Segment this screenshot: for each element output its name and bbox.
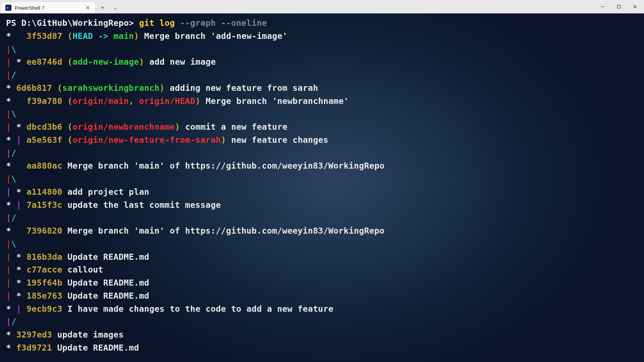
minimize-button[interactable] — [595, 1, 610, 12]
graph-segment: | — [6, 122, 16, 132]
commit-message: Update README.md — [62, 252, 149, 262]
git-command: git log — [139, 18, 175, 28]
graph-segment: * — [6, 226, 26, 236]
git-log-line: * 6d6b817 (sarahsworkingbranch) adding n… — [6, 82, 638, 95]
prompt-line: PS D:\GitHub\WorkingRepo> git log --grap… — [6, 17, 638, 30]
commit-hash: ee8746d — [26, 57, 62, 67]
graph-segment: | — [16, 200, 27, 210]
ref-segment: ( — [57, 83, 62, 93]
graph-segment: | — [6, 265, 16, 275]
ref-segment: ) — [139, 57, 144, 67]
ref-segment: add-new-image — [72, 57, 139, 67]
maximize-button[interactable] — [611, 1, 627, 12]
graph-segment: \ — [11, 109, 16, 119]
graph-segment: | — [6, 148, 11, 158]
tab-strip: >_ PowerShell 7 ✕ ＋ ⌄ — [1, 0, 121, 13]
commit-message: new feature changes — [226, 135, 328, 145]
git-log-line: | * a114800 add project plan — [6, 186, 638, 199]
ref-segment: main — [113, 31, 134, 41]
commit-hash: 9ecb9c3 — [26, 304, 62, 314]
git-log-line: * f3d9721 Update README.md — [6, 342, 638, 355]
graph-segment: | — [16, 135, 27, 145]
graph-segment: * — [16, 252, 27, 262]
git-log-line: |/ — [6, 212, 638, 225]
tab-powershell[interactable]: >_ PowerShell 7 ✕ — [1, 2, 95, 13]
ref-segment: ( — [67, 122, 72, 132]
commit-message: add new image — [144, 57, 216, 67]
ref-segment: sarahsworkingbranch — [62, 83, 160, 93]
commit-hash: a114800 — [26, 187, 62, 197]
commit-message: update images — [52, 330, 124, 340]
commit-message: Update README.md — [62, 291, 149, 301]
git-log-line: | * ee8746d (add-new-image) add new imag… — [6, 56, 638, 69]
git-log-line: * f39a780 (origin/main, origin/HEAD) Mer… — [6, 95, 638, 108]
commit-hash: c77acce — [26, 265, 62, 275]
graph-segment: * — [16, 187, 27, 197]
git-log-line: |\ — [6, 173, 638, 186]
git-log-line: | * c77acce callout — [6, 263, 638, 277]
git-log-line: * | 7a15f3c update the last commit messa… — [6, 199, 638, 212]
commit-message: Update README.md — [62, 278, 149, 288]
graph-segment: * — [16, 122, 27, 132]
close-tab-icon[interactable]: ✕ — [84, 4, 92, 12]
graph-segment: \ — [11, 174, 16, 184]
graph-segment: * — [6, 83, 16, 93]
commit-hash: 3297ed3 — [16, 330, 52, 340]
graph-segment: | — [6, 291, 16, 301]
graph-segment: \ — [11, 44, 16, 54]
graph-segment: * — [6, 343, 16, 353]
graph-segment: / — [11, 213, 16, 223]
graph-segment: / — [11, 70, 16, 80]
ref-segment: origin/newbranchname — [72, 122, 175, 132]
ref-segment: ) — [134, 31, 139, 41]
graph-segment: | — [6, 174, 11, 184]
tab-dropdown-button[interactable]: ⌄ — [110, 2, 121, 13]
graph-segment: / — [11, 148, 16, 158]
svg-rect-1 — [618, 5, 621, 8]
tab-title: PowerShell 7 — [15, 5, 80, 11]
commit-message: update the last commit message — [62, 200, 221, 210]
commit-hash: aa880ac — [26, 161, 62, 171]
ref-segment: ( — [67, 135, 72, 145]
commit-hash: f39a780 — [26, 96, 62, 106]
commit-hash: 185e763 — [26, 291, 62, 301]
ref-segment: ) — [221, 135, 226, 145]
graph-segment: | — [6, 70, 11, 80]
commit-hash: 195f64b — [26, 278, 62, 288]
graph-segment: | — [6, 213, 11, 223]
commit-message: Merge branch 'main' of https://github.co… — [62, 226, 385, 236]
git-log-line: |/ — [6, 69, 638, 82]
close-window-button[interactable] — [627, 1, 643, 12]
ref-segment: ) — [160, 83, 165, 93]
git-log-line: * | 9ecb9c3 I have made changes to the c… — [6, 303, 638, 316]
git-log-line: | * dbcd3b6 (origin/newbranchname) commi… — [6, 121, 638, 134]
graph-segment: | — [6, 239, 11, 249]
git-log-line: |\ — [6, 43, 638, 56]
powershell-icon: >_ — [5, 5, 11, 11]
terminal-body[interactable]: PS D:\GitHub\WorkingRepo> git log --grap… — [0, 13, 644, 362]
ref-segment: origin/new-feature-from-sarah — [72, 135, 221, 145]
commit-message: Merge branch 'newbranchname' — [201, 96, 349, 106]
ref-segment: origin/main — [72, 96, 129, 106]
git-log-line: |/ — [6, 315, 638, 328]
new-tab-button[interactable]: ＋ — [97, 2, 108, 13]
window-controls — [595, 1, 643, 12]
graph-segment: * — [16, 57, 27, 67]
commit-hash: 7396820 — [26, 226, 62, 236]
commit-message: Merge branch 'main' of https://github.co… — [62, 161, 385, 171]
commit-message: callout — [62, 265, 103, 275]
graph-segment: * — [6, 200, 16, 210]
git-log-line: |/ — [6, 147, 638, 160]
git-log-line: * | a5e563f (origin/new-feature-from-sar… — [6, 134, 638, 147]
graph-segment: | — [6, 44, 11, 54]
graph-segment: * — [6, 135, 16, 145]
ref-segment: HEAD -> — [72, 31, 113, 41]
commit-message: commit a new feature — [180, 122, 287, 132]
graph-segment: * — [6, 96, 26, 106]
git-log-line: |\ — [6, 238, 638, 251]
graph-segment: | — [16, 304, 27, 314]
git-flag-graph: --graph — [175, 18, 216, 28]
ref-segment: ( — [67, 96, 72, 106]
graph-segment: | — [6, 252, 16, 262]
ref-segment: ( — [67, 57, 72, 67]
